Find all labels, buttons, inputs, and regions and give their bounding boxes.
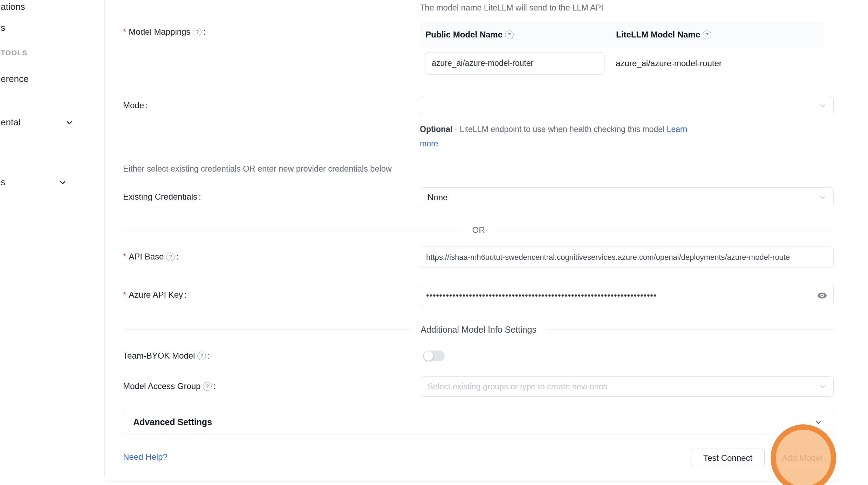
- api-base-input[interactable]: [420, 247, 834, 268]
- model-mappings-label: * Model Mappings ? :: [123, 27, 205, 37]
- litellm-model-name-value: azure_ai/azure-model-router: [609, 48, 823, 79]
- model-mappings-table-header: Public Model Name ? LiteLLM Model Name ?: [420, 22, 823, 48]
- chevron-down-icon: [814, 417, 823, 427]
- column-label: LiteLLM Model Name: [616, 30, 700, 40]
- model-mappings-table: Public Model Name ? LiteLLM Model Name ?…: [420, 22, 823, 79]
- help-icon[interactable]: ?: [197, 352, 206, 360]
- column-public-model-name: Public Model Name ?: [420, 22, 609, 48]
- need-help-link[interactable]: Need Help?: [123, 452, 168, 462]
- existing-credentials-label: Existing Credentials :: [123, 192, 201, 202]
- label-text: Azure API Key: [129, 290, 183, 300]
- label-colon: :: [199, 192, 201, 202]
- help-icon[interactable]: ?: [703, 30, 711, 39]
- help-icon[interactable]: ?: [193, 28, 201, 36]
- masked-password-dots: ••••••••••••••••••••••••••••••••••••••••…: [426, 292, 657, 299]
- add-model-form-card: The model name LiteLLM will send to the …: [104, 0, 839, 482]
- model-name-helper-text: The model name LiteLLM will send to the …: [420, 3, 603, 13]
- divider-line: [546, 330, 834, 330]
- public-model-name-cell: [420, 48, 609, 79]
- api-base-label: * API Base ? :: [123, 252, 179, 262]
- help-icon[interactable]: ?: [203, 382, 212, 391]
- sidebar-section-tools: TOOLS: [1, 49, 27, 57]
- sidebar-item[interactable]: s: [1, 177, 67, 188]
- or-divider: OR: [123, 225, 834, 235]
- team-byok-label: Team-BYOK Model ? :: [123, 351, 210, 361]
- public-model-name-input[interactable]: [425, 52, 604, 75]
- azure-api-key-input[interactable]: ••••••••••••••••••••••••••••••••••••••••…: [420, 285, 834, 306]
- label-text: Mode: [123, 101, 144, 110]
- model-access-group-placeholder: Select existing groups or type to create…: [428, 382, 607, 392]
- sidebar-item-label: s: [1, 177, 5, 188]
- help-icon[interactable]: ?: [166, 252, 175, 261]
- model-access-group-select[interactable]: Select existing groups or type to create…: [420, 376, 834, 397]
- label-colon: :: [176, 252, 179, 262]
- divider-line: [123, 330, 411, 330]
- advanced-settings-panel[interactable]: Advanced Settings: [123, 409, 834, 435]
- additional-settings-divider-text: Additional Model Info Settings: [421, 325, 536, 335]
- label-text: Model Mappings: [129, 27, 190, 37]
- label-text: API Base: [129, 252, 164, 262]
- label-colon: :: [207, 351, 210, 361]
- divider-line: [495, 230, 834, 230]
- required-mark: *: [123, 27, 126, 37]
- azure-api-key-label: * Azure API Key :: [123, 290, 187, 300]
- chevron-down-icon: [819, 193, 827, 202]
- additional-settings-divider: Additional Model Info Settings: [123, 325, 834, 335]
- required-mark: *: [123, 290, 126, 300]
- mode-helper-text: Optional - LiteLLM endpoint to use when …: [420, 122, 708, 151]
- advanced-settings-title: Advanced Settings: [133, 417, 814, 427]
- column-label: Public Model Name: [425, 30, 503, 40]
- or-divider-text: OR: [472, 225, 485, 235]
- add-model-button[interactable]: Add Model: [770, 449, 834, 467]
- label-colon: :: [203, 27, 205, 37]
- helper-text: - LiteLLM endpoint to use when health ch…: [452, 125, 667, 134]
- mode-select[interactable]: [420, 96, 834, 115]
- chevron-down-icon: [819, 382, 827, 391]
- credentials-note: Either select existing credentials OR en…: [123, 164, 392, 174]
- table-row: azure_ai/azure-model-router: [420, 48, 823, 79]
- test-connect-button[interactable]: Test Connect: [691, 449, 765, 467]
- chevron-down-icon: [819, 102, 827, 110]
- required-mark: *: [123, 252, 126, 262]
- team-byok-toggle[interactable]: [423, 351, 445, 361]
- label-text: Team-BYOK Model: [123, 351, 195, 361]
- add-model-page: ations s TOOLS erence ental s The model …: [0, 0, 868, 485]
- model-access-group-label: Model Access Group ? :: [123, 381, 216, 391]
- sidebar: ations s TOOLS erence ental s: [0, 0, 104, 485]
- existing-credentials-select[interactable]: None: [420, 187, 834, 207]
- existing-credentials-value: None: [428, 193, 447, 202]
- sidebar-item-reference[interactable]: erence: [1, 74, 29, 84]
- mode-label: Mode :: [123, 101, 148, 110]
- label-text: Existing Credentials: [123, 192, 197, 202]
- toggle-knob: [424, 351, 433, 361]
- column-litellm-model-name: LiteLLM Model Name ?: [609, 22, 823, 48]
- optional-emphasis: Optional: [420, 125, 452, 134]
- divider-line: [123, 230, 463, 230]
- eye-icon[interactable]: [817, 290, 827, 301]
- label-colon: :: [184, 290, 187, 300]
- chevron-down-icon: [59, 178, 67, 187]
- chevron-down-icon: [65, 118, 74, 127]
- sidebar-item-label: ental: [1, 117, 20, 128]
- label-text: Model Access Group: [123, 381, 200, 391]
- sidebar-item[interactable]: s: [1, 22, 5, 33]
- label-colon: :: [213, 381, 216, 391]
- label-colon: :: [145, 101, 148, 110]
- sidebar-item-organizations[interactable]: ations: [1, 1, 25, 12]
- help-icon[interactable]: ?: [505, 30, 514, 39]
- sidebar-item-experimental[interactable]: ental: [1, 117, 74, 128]
